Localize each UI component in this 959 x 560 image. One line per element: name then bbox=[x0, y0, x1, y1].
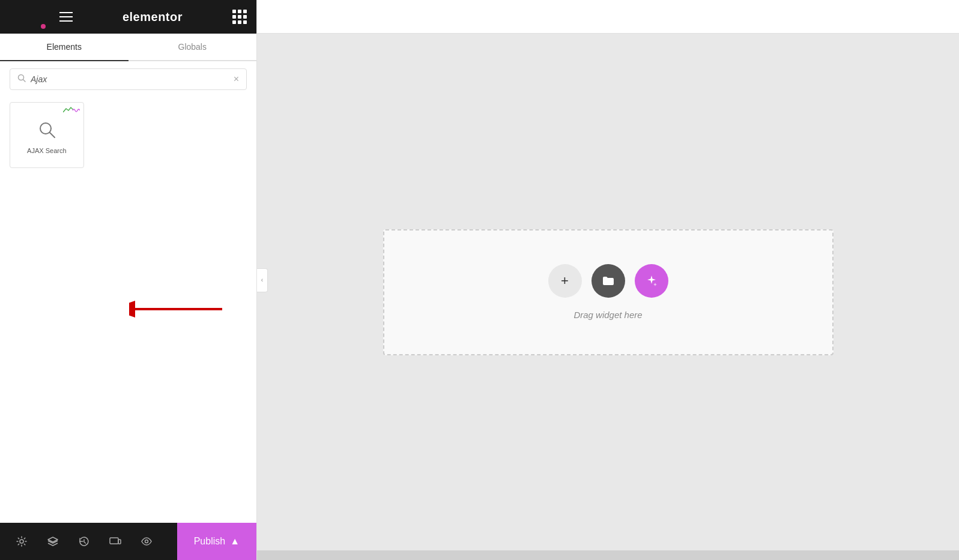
elementor-logo: elementor bbox=[123, 10, 183, 24]
search-container: × bbox=[0, 61, 256, 97]
clear-search-icon[interactable]: × bbox=[234, 74, 239, 84]
publish-button[interactable]: Publish ▲ bbox=[177, 523, 256, 560]
bottom-tools bbox=[0, 532, 177, 551]
bottom-bar: Publish ▲ bbox=[0, 523, 256, 560]
tab-elements[interactable]: Elements bbox=[0, 34, 129, 61]
canvas: ‹ + Drag bbox=[257, 0, 959, 560]
canvas-content: ‹ + Drag bbox=[257, 34, 959, 550]
svg-point-9 bbox=[145, 540, 148, 543]
sidebar: elementor Elements Globals bbox=[0, 0, 257, 560]
pro-badge bbox=[63, 106, 80, 115]
search-input[interactable] bbox=[31, 74, 229, 84]
publish-chevron-icon: ▲ bbox=[230, 536, 240, 547]
drop-zone-label: Drag widget here bbox=[573, 310, 642, 320]
canvas-topbar bbox=[257, 0, 959, 34]
svg-line-3 bbox=[50, 133, 55, 137]
ajax-search-widget-icon bbox=[36, 119, 58, 140]
grid-menu-icon[interactable] bbox=[232, 10, 247, 24]
history-icon[interactable] bbox=[74, 532, 94, 551]
drop-zone-actions: + bbox=[548, 264, 668, 298]
search-box: × bbox=[10, 68, 247, 90]
collapse-sidebar-handle[interactable]: ‹ bbox=[257, 268, 268, 292]
templates-button[interactable] bbox=[591, 264, 625, 298]
search-icon bbox=[17, 74, 26, 85]
svg-rect-8 bbox=[118, 540, 121, 544]
publish-label: Publish bbox=[194, 536, 225, 547]
sidebar-header: elementor bbox=[0, 0, 256, 34]
layers-icon[interactable] bbox=[43, 532, 62, 551]
settings-icon[interactable] bbox=[12, 532, 31, 551]
tab-globals[interactable]: Globals bbox=[129, 34, 257, 61]
add-section-button[interactable]: + bbox=[548, 264, 582, 298]
svg-line-1 bbox=[23, 80, 26, 82]
svg-rect-7 bbox=[110, 538, 118, 544]
svg-point-6 bbox=[20, 540, 23, 543]
hamburger-menu-icon[interactable] bbox=[59, 12, 73, 22]
widget-card-ajax-search[interactable]: AJAX Search bbox=[10, 102, 84, 168]
preview-icon[interactable] bbox=[137, 532, 156, 551]
sidebar-tabs: Elements Globals bbox=[0, 34, 256, 61]
canvas-scrollbar[interactable] bbox=[257, 550, 959, 560]
responsive-icon[interactable] bbox=[106, 532, 125, 551]
pink-dot bbox=[41, 24, 46, 29]
widget-grid: AJAX Search bbox=[0, 97, 256, 173]
ajax-search-widget-label: AJAX Search bbox=[27, 146, 66, 155]
widget-area: AJAX Search bbox=[0, 97, 256, 523]
drop-zone: + Drag widget here bbox=[383, 229, 833, 355]
annotation-arrow bbox=[129, 300, 225, 321]
ai-button[interactable] bbox=[635, 264, 668, 298]
